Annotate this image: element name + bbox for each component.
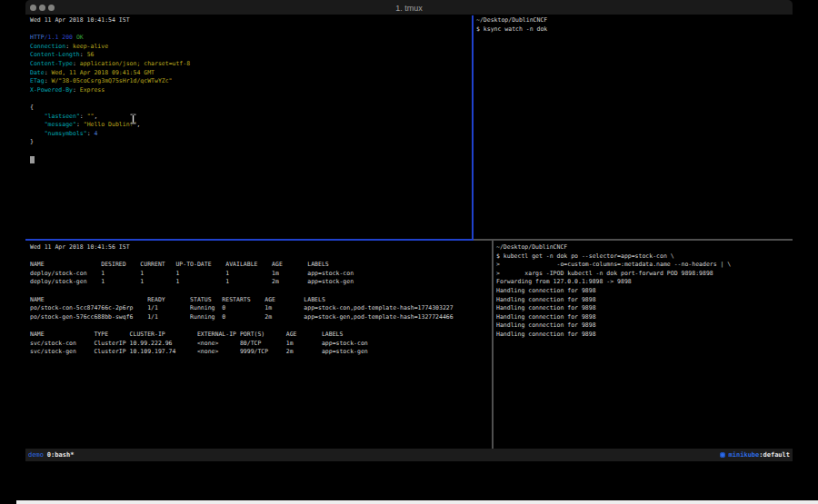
window-titlebar[interactable]: 1. tmux bbox=[25, 0, 793, 15]
tmux-window-tab[interactable]: 0:bash* bbox=[47, 451, 75, 459]
desktop-background: 1. tmux Wed 11 Apr 2018 10:41:54 IST HTT… bbox=[0, 0, 818, 504]
port-forward-text: ~/Desktop/DublinCNCF$ kubectl get -n dok… bbox=[494, 241, 793, 340]
pane-http-output[interactable]: Wed 11 Apr 2018 10:41:54 IST HTTP/1.1 20… bbox=[25, 15, 472, 239]
kubectl-tables-text: Wed 11 Apr 2018 10:41:56 IST NAME DESIRE… bbox=[25, 241, 492, 357]
tmux-status-bar: demo 0:bash* minikube:default bbox=[25, 449, 793, 461]
window-title: 1. tmux bbox=[25, 0, 793, 15]
pane-ksync-watch[interactable]: ~/Desktop/DublinCNCF$ ksync watch -n dok bbox=[474, 15, 793, 239]
ksync-watch-text: ~/Desktop/DublinCNCF$ ksync watch -n dok bbox=[474, 15, 793, 34]
kube-context-name: minikube bbox=[729, 451, 760, 459]
text-cursor-pointer-icon bbox=[130, 111, 136, 128]
bottom-white-strip bbox=[16, 500, 818, 504]
kube-context-namespace: :default bbox=[759, 451, 790, 459]
http-response-text: Wed 11 Apr 2018 10:41:54 IST HTTP/1.1 20… bbox=[25, 15, 472, 164]
kubernetes-wheel-icon bbox=[720, 452, 725, 458]
pane-kubectl-resources[interactable]: Wed 11 Apr 2018 10:41:56 IST NAME DESIRE… bbox=[25, 241, 492, 449]
tmux-session-name: demo bbox=[28, 451, 44, 459]
terminal-window: 1. tmux Wed 11 Apr 2018 10:41:54 IST HTT… bbox=[25, 0, 793, 461]
pane-port-forward[interactable]: ~/Desktop/DublinCNCF$ kubectl get -n dok… bbox=[494, 241, 793, 449]
